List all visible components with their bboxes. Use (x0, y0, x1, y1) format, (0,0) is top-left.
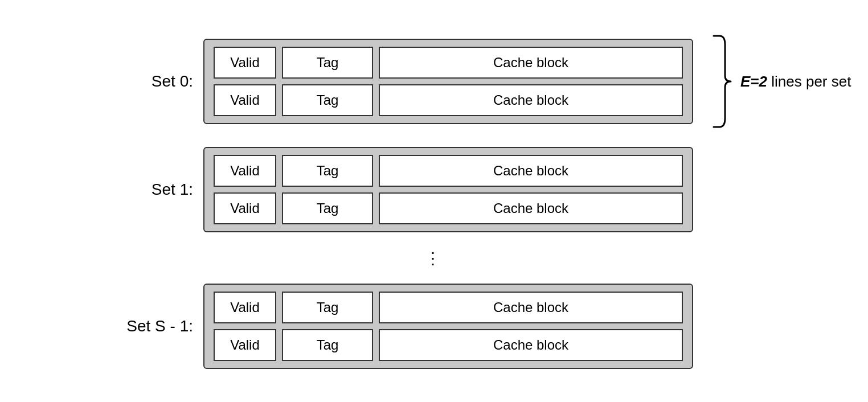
set-0-label: Set 0: (125, 72, 193, 91)
tag-cell-1-0: Tag (282, 155, 373, 187)
valid-cell-s1-0: Valid (214, 292, 276, 323)
diagram-wrapper: Set 0: Valid Tag Cache block Valid Tag C… (102, 22, 766, 380)
brace-svg (709, 33, 743, 130)
set-0-container: Valid Tag Cache block Valid Tag Cache bl… (203, 39, 693, 124)
set-s1-row: Set S - 1: Valid Tag Cache block Valid T… (125, 284, 743, 369)
tag-cell-0-0: Tag (282, 47, 373, 79)
cache-block-cell-s1-0: Cache block (379, 292, 683, 323)
valid-cell-1-0: Valid (214, 155, 276, 187)
tag-cell-s1-0: Tag (282, 292, 373, 323)
set-0-row: Set 0: Valid Tag Cache block Valid Tag C… (125, 33, 743, 130)
cache-block-cell-s1-1: Cache block (379, 329, 683, 361)
set-1-line-1: Valid Tag Cache block (214, 192, 683, 224)
cache-block-cell-0-0: Cache block (379, 47, 683, 79)
annotation-suffix: lines per set (767, 73, 851, 90)
cache-block-cell-0-1: Cache block (379, 84, 683, 116)
tag-cell-1-1: Tag (282, 192, 373, 224)
set-1-label: Set 1: (125, 181, 193, 199)
cache-block-cell-1-1: Cache block (379, 192, 683, 224)
valid-cell-0-1: Valid (214, 84, 276, 116)
cache-block-cell-1-0: Cache block (379, 155, 683, 187)
dots-row: ⋮ (125, 249, 743, 266)
valid-cell-s1-1: Valid (214, 329, 276, 361)
set-1-line-0: Valid Tag Cache block (214, 155, 683, 187)
set-1-container: Valid Tag Cache block Valid Tag Cache bl… (203, 147, 693, 232)
valid-cell-1-1: Valid (214, 192, 276, 224)
set-1-row: Set 1: Valid Tag Cache block Valid Tag C… (125, 147, 743, 232)
sets-column: Set 0: Valid Tag Cache block Valid Tag C… (125, 33, 743, 369)
set-s1-label: Set S - 1: (125, 317, 193, 335)
set-s1-container: Valid Tag Cache block Valid Tag Cache bl… (203, 284, 693, 369)
set-s1-line-1: Valid Tag Cache block (214, 329, 683, 361)
set-0-line-0: Valid Tag Cache block (214, 47, 683, 79)
set-0-line-1: Valid Tag Cache block (214, 84, 683, 116)
set-s1-line-0: Valid Tag Cache block (214, 292, 683, 323)
e-label: E=2 (740, 73, 767, 90)
tag-cell-0-1: Tag (282, 84, 373, 116)
tag-cell-s1-1: Tag (282, 329, 373, 361)
valid-cell-0-0: Valid (214, 47, 276, 79)
brace-annotation: E=2 lines per set (709, 33, 743, 130)
annotation-text: E=2 lines per set (740, 73, 851, 91)
